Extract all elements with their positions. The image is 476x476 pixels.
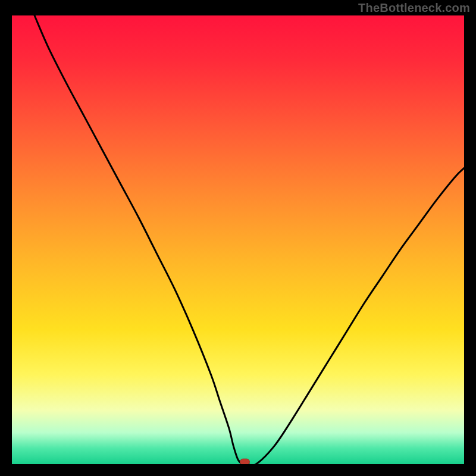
bottleneck-chart [12, 15, 464, 464]
watermark-text: TheBottleneck.com [358, 1, 470, 15]
optimal-marker [240, 459, 249, 464]
gradient-background [12, 15, 464, 464]
